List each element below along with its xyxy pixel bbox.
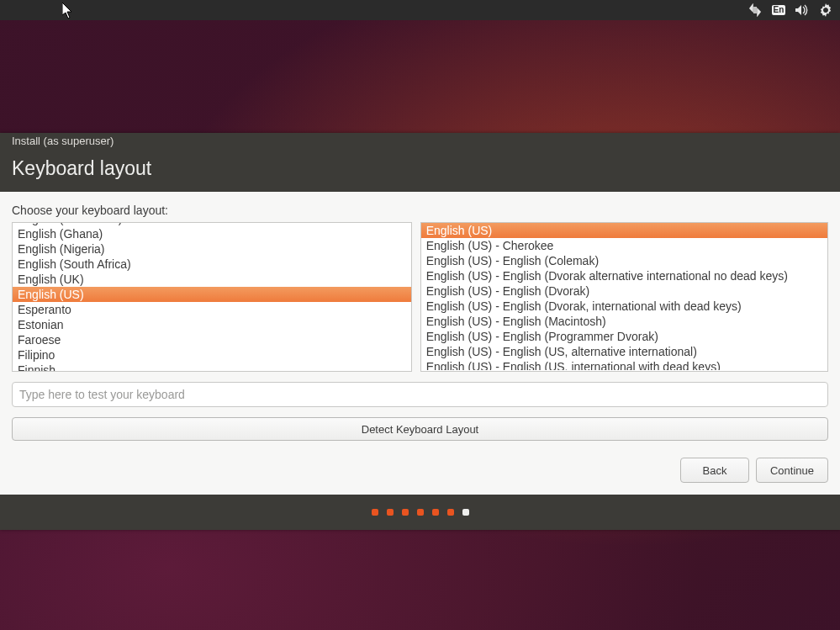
list-item[interactable]: English (US) - English (Dvorak alternati… <box>421 268 827 283</box>
layout-language-list[interactable]: English (Cameroon)English (Ghana)English… <box>12 222 412 372</box>
progress-dot <box>447 509 454 516</box>
mouse-cursor <box>62 3 74 19</box>
progress-dot <box>372 509 378 516</box>
progress-dot <box>432 509 439 516</box>
list-item[interactable]: Faroese <box>13 332 411 347</box>
progress-indicator <box>0 495 840 530</box>
list-item[interactable]: Esperanto <box>13 302 411 317</box>
layout-lists: English (Cameroon)English (Ghana)English… <box>12 222 828 372</box>
list-item[interactable]: English (US) - English (Programmer Dvora… <box>421 329 827 344</box>
prompt-label: Choose your keyboard layout: <box>12 204 828 217</box>
list-item[interactable]: English (UK) <box>13 272 411 287</box>
continue-button[interactable]: Continue <box>756 458 828 483</box>
list-item[interactable]: English (US) - English (US, alternative … <box>421 344 827 359</box>
page-title: Keyboard layout <box>12 157 828 180</box>
progress-dot <box>417 509 424 516</box>
network-icon[interactable] <box>748 3 763 18</box>
list-item[interactable]: Finnish <box>13 363 411 372</box>
list-item[interactable]: English (Ghana) <box>13 226 411 241</box>
progress-dot <box>402 509 409 516</box>
page-header: Keyboard layout <box>0 149 840 192</box>
system-top-bar: En <box>0 0 840 20</box>
list-item[interactable]: English (US) - English (Colemak) <box>421 253 827 268</box>
language-indicator-label: En <box>772 5 786 15</box>
list-item[interactable]: English (US) <box>13 287 411 302</box>
list-item[interactable]: English (South Africa) <box>13 257 411 272</box>
sound-icon[interactable] <box>795 3 810 18</box>
list-item[interactable]: Estonian <box>13 317 411 332</box>
list-item[interactable]: English (US) - Cherokee <box>421 238 827 253</box>
progress-dot <box>387 509 394 516</box>
progress-dot <box>462 509 469 516</box>
list-item[interactable]: English (US) - English (Dvorak, internat… <box>421 299 827 314</box>
installer-window: Install (as superuser) Keyboard layout C… <box>0 133 840 530</box>
list-item[interactable]: Filipino <box>13 347 411 363</box>
window-title: Install (as superuser) <box>12 135 114 147</box>
back-button[interactable]: Back <box>680 458 749 483</box>
nav-row: Back Continue <box>12 441 828 483</box>
list-item[interactable]: English (US) <box>421 223 827 238</box>
list-item[interactable]: English (US) - English (US, internationa… <box>421 359 827 370</box>
gear-icon[interactable] <box>818 3 833 18</box>
detect-keyboard-button[interactable]: Detect Keyboard Layout <box>12 417 828 441</box>
keyboard-test-input[interactable] <box>12 382 828 407</box>
list-item[interactable]: English (US) - English (Macintosh) <box>421 314 827 329</box>
page-content: Choose your keyboard layout: English (Ca… <box>0 192 840 495</box>
language-indicator[interactable]: En <box>771 3 786 18</box>
layout-variant-list[interactable]: English (US)English (US) - CherokeeEngli… <box>420 222 828 372</box>
list-item[interactable]: English (US) - English (Dvorak) <box>421 283 827 299</box>
list-item[interactable]: English (Nigeria) <box>13 241 411 257</box>
window-titlebar: Install (as superuser) <box>0 133 840 149</box>
